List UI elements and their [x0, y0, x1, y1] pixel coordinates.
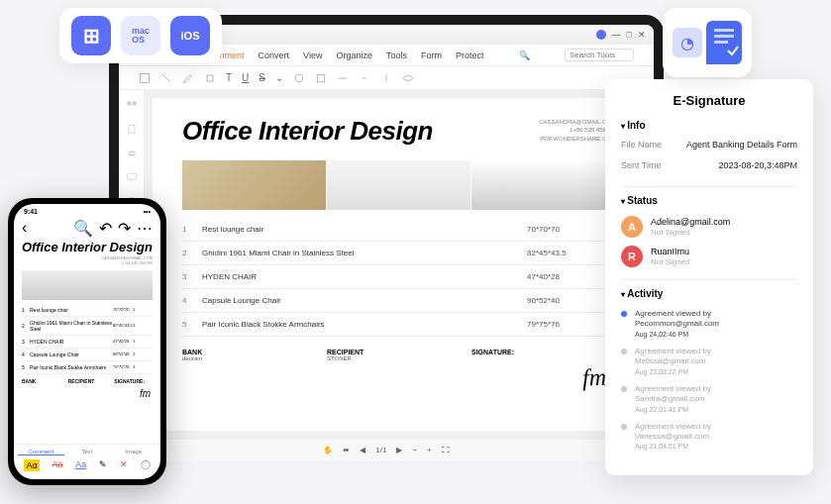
window-close-icon[interactable]: ✕: [638, 30, 646, 40]
user-avatar-icon[interactable]: [596, 30, 606, 40]
measure-icon[interactable]: [337, 72, 349, 84]
underline-tool-icon[interactable]: Aa: [75, 459, 86, 471]
menu-form[interactable]: Form: [421, 50, 442, 60]
clock-icon: ◔: [673, 28, 702, 57]
signer-item: AAdelina@gmail.comNot Signed: [621, 212, 797, 242]
menu-tools[interactable]: Tools: [386, 50, 407, 60]
tab-image[interactable]: Image: [110, 449, 156, 455]
svg-point-2: [295, 74, 303, 82]
signature-mark: fm: [582, 364, 607, 392]
phone-bottom-bar: Comment Text Image Aα Aa Aa ✎ ✕ ◯: [14, 444, 160, 479]
erase-tool-icon[interactable]: ✕: [120, 459, 128, 471]
pencil-icon[interactable]: [182, 72, 194, 84]
menu-organize[interactable]: Organize: [336, 50, 372, 60]
strike-tool-icon[interactable]: Aa: [52, 459, 62, 471]
redo-icon[interactable]: ↷: [118, 219, 131, 238]
underline-icon[interactable]: U: [242, 72, 249, 83]
panel-title: E-Signature: [621, 93, 797, 108]
svg-rect-0: [141, 73, 150, 82]
highlight-tool-icon[interactable]: Aα: [24, 459, 39, 471]
eye-icon[interactable]: [402, 72, 414, 84]
filename-value: Agent Banking Details Form: [680, 140, 797, 150]
window-minimize-icon[interactable]: —: [612, 30, 621, 40]
svg-rect-13: [714, 35, 734, 38]
page-canvas: Office Interior Design CASSANDRA@GMAIL.C…: [145, 90, 654, 439]
phone-table: 1Rest lounge chair70*70*7012Ghidini 1961…: [14, 304, 160, 374]
search-icon[interactable]: 🔍: [73, 219, 93, 238]
svg-rect-5: [127, 102, 131, 106]
svg-rect-1: [207, 75, 213, 81]
window-maximize-icon[interactable]: □: [627, 30, 632, 40]
activity-section-header[interactable]: Activity: [621, 288, 797, 299]
document: Office Interior Design CASSANDRA@GMAIL.C…: [153, 98, 646, 431]
back-icon[interactable]: ‹: [22, 219, 27, 237]
document-check-icon: [706, 21, 742, 64]
search-input[interactable]: [565, 49, 634, 61]
avatar: A: [621, 216, 643, 238]
phone-frame: 9:41••• ‹ 🔍 ↶ ↷ ⋯ Office Interior Design…: [8, 198, 166, 485]
undo-icon[interactable]: ↶: [99, 219, 112, 238]
info-section-header[interactable]: Info: [621, 120, 797, 131]
table-row: 1Rest lounge chair70*70*701: [22, 304, 153, 317]
svg-rect-8: [128, 154, 136, 156]
esignature-card-icon: ◔: [663, 8, 752, 77]
svg-rect-3: [317, 74, 325, 82]
zoom-in-icon[interactable]: +: [427, 446, 432, 454]
photo-strip: [182, 160, 616, 210]
comments-icon[interactable]: [126, 171, 138, 183]
table-row: 3HYDEN CHAIR47*40*281: [182, 265, 616, 289]
prev-page-icon[interactable]: ◀: [360, 446, 365, 454]
highlight-icon[interactable]: [160, 72, 172, 84]
menu-view[interactable]: View: [303, 50, 322, 60]
thumbnails-icon[interactable]: [126, 100, 138, 112]
signer-item: RRuanIImuNot Signed: [621, 242, 797, 271]
page-indicator: 1/1: [375, 446, 386, 454]
link-icon[interactable]: [359, 72, 370, 84]
phone-statusbar: 9:41•••: [14, 204, 160, 218]
desktop-app: ☰ — □ ✕ Home Edit Comment Convert View O…: [119, 25, 654, 460]
more-icon[interactable]: ⋯: [137, 219, 153, 238]
caret-icon[interactable]: ⌄: [275, 72, 283, 83]
next-page-icon[interactable]: ▶: [396, 446, 402, 454]
table-row: 1Rest lounge chair70*70*701: [182, 218, 616, 242]
menu-protect[interactable]: Protect: [456, 50, 484, 60]
phone-toolbar: ‹ 🔍 ↶ ↷ ⋯: [14, 218, 160, 238]
pen-tool-icon[interactable]: ✎: [99, 459, 107, 471]
fullscreen-icon[interactable]: ⛶: [442, 446, 450, 454]
text-tool-icon[interactable]: T: [226, 72, 232, 83]
activity-item: Agreement viewed byVanessa@gmail.comAug …: [621, 418, 797, 455]
eraser-icon[interactable]: [204, 72, 216, 84]
attach-icon[interactable]: [380, 72, 392, 84]
menu-convert[interactable]: Convert: [259, 50, 290, 60]
zoom-out-icon[interactable]: −: [412, 446, 417, 454]
phone-photo: [22, 270, 153, 300]
phone-doc-title: Office Interior Design: [14, 238, 160, 256]
svg-rect-14: [714, 41, 728, 44]
hand-tool-icon[interactable]: ✋: [323, 446, 333, 454]
svg-rect-9: [127, 173, 136, 179]
tab-text[interactable]: Text: [64, 449, 111, 455]
items-table: 1Rest lounge chair70*70*7012Ghidini 1961…: [182, 218, 616, 337]
table-row: 5Pair Iconic Black Stokke Armchairs79*75…: [22, 361, 153, 374]
table-row: 2Ghidini 1961 Miami Chair in Stainless S…: [22, 317, 153, 336]
fit-width-icon[interactable]: ⬌: [343, 446, 350, 454]
toolbar: T U S ⌄: [119, 66, 654, 90]
note-icon[interactable]: [139, 72, 151, 84]
bookmarks-icon[interactable]: [126, 124, 138, 136]
activity-item: Agreement viewed bySandra@gmail.comAug 2…: [621, 380, 797, 418]
shape-tool-icon[interactable]: ◯: [141, 459, 151, 471]
esignature-panel: E-Signature Info File NameAgent Banking …: [605, 79, 813, 475]
search-icon: 🔍: [519, 50, 530, 60]
status-section-header[interactable]: Status: [621, 195, 797, 206]
svg-rect-12: [714, 29, 734, 32]
table-row: 5Pair Iconic Black Stokke Armchairs79*75…: [182, 313, 616, 337]
layers-icon[interactable]: [126, 148, 138, 159]
os-badges: ⊞ mac OS iOS: [59, 8, 222, 63]
shape-icon[interactable]: [293, 72, 305, 84]
statusbar: ✋ ⬌ ◀ 1/1 ▶ − + ⛶: [119, 439, 654, 460]
stamp-icon[interactable]: [315, 72, 327, 84]
avatar: R: [621, 246, 643, 267]
strike-icon[interactable]: S: [259, 72, 265, 83]
signature-row: BANKdeuram RECIPIENTSTONER SIGNATURE:: [182, 349, 616, 361]
tab-comment[interactable]: Comment: [18, 449, 64, 455]
